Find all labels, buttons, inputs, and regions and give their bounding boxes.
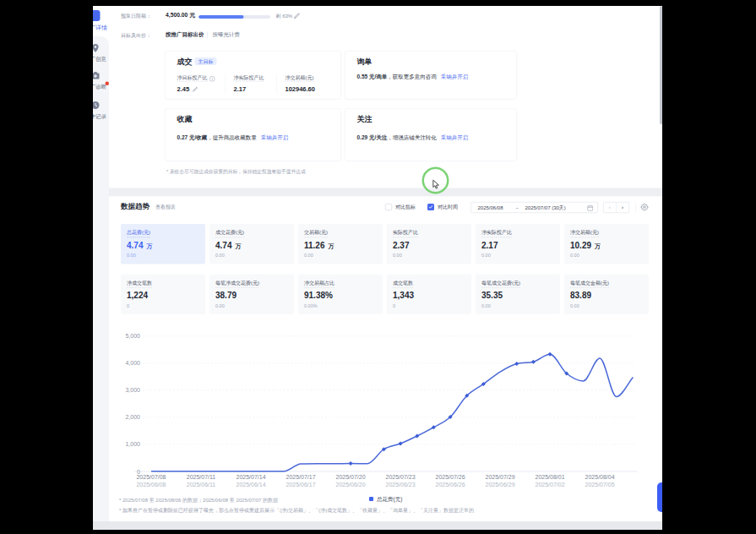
app-canvas: 推广详情 推广创意推广诊断操作记录 预算日限额： 4,500.00 元 剩 63… — [0, 0, 756, 534]
metric-tile-2[interactable]: 交易额(元)11.26 万0.00 — [298, 224, 383, 264]
metric-tile-4[interactable]: 净实际投产比2.170.00 — [476, 224, 560, 264]
controls-divider — [635, 204, 636, 212]
calendar-icon — [587, 204, 594, 215]
svg-text:5,000: 5,000 — [125, 333, 140, 339]
metric-tile-3[interactable]: 实际投产比2.370.00 — [387, 224, 471, 264]
goal-card-inquiry: 询单 0.55 元/询单，获取更多意向咨询采纳并开启 — [345, 51, 517, 100]
date-range-start: 2025/06/08 — [478, 203, 503, 213]
tile-value: 91.38% — [304, 291, 383, 301]
metric-tile-5[interactable]: 净交易额(元)10.29 万0.00 — [564, 224, 649, 264]
tile-compare-value: 0 — [127, 303, 205, 308]
compare-time-label[interactable]: 对比时间 — [438, 204, 458, 211]
svg-text:2025/07/23: 2025/07/23 — [386, 474, 416, 480]
metric-net-target-roi: 净目标投产比i 2.45 — [177, 74, 215, 93]
tile-compare-value: 0.00 — [570, 253, 649, 258]
next-period-button[interactable]: › — [617, 203, 629, 213]
chart-legend[interactable]: 总花费(元) — [369, 495, 402, 503]
primary-goal-badge: 主目标 — [195, 57, 217, 65]
svg-text:2025/07/11: 2025/07/11 — [187, 474, 216, 480]
svg-text:2025/07/05: 2025/07/05 — [585, 482, 615, 488]
tile-value: 1,224 — [127, 291, 205, 301]
date-pager: ‹ › — [603, 202, 629, 213]
svg-text:2025/08/04: 2025/08/04 — [585, 474, 615, 480]
tile-value: 4.74 万 — [127, 241, 205, 251]
edit-budget-icon[interactable] — [294, 13, 301, 21]
tile-label: 净实际投产比 — [481, 229, 512, 237]
svg-text:3,000: 3,000 — [125, 387, 140, 393]
tile-label: 每笔净成交花费(元) — [215, 280, 259, 288]
adopt-enable-link[interactable]: 采纳并开启 — [261, 134, 289, 141]
adopt-enable-link[interactable]: 采纳并开启 — [441, 134, 469, 141]
metric-tile-7[interactable]: 每笔净成交花费(元)38.790.00 — [209, 275, 294, 315]
chart-footnote: * 如果推广在暂停或删除前已经获得了曝光，那么在暂停或重建后展示「(净)交易额」… — [119, 507, 474, 515]
mouse-cursor — [432, 179, 440, 192]
letterbox-bottom — [0, 530, 756, 534]
svg-text:2025/06/26: 2025/06/26 — [436, 482, 465, 488]
tile-value: 2.37 — [393, 241, 471, 251]
goal-card-follow: 关注 0.29 元/关注，增强店铺关注转化采纳并开启 — [345, 108, 517, 161]
tile-compare-value: 0.00 — [304, 253, 383, 258]
tile-label: 交易额(元) — [304, 229, 328, 237]
tile-compare-value: 0 — [393, 303, 471, 308]
metric-divider — [226, 74, 226, 94]
tile-label: 每笔成交金额(元) — [570, 280, 609, 288]
prev-period-button[interactable]: ‹ — [604, 203, 617, 213]
date-range-picker[interactable]: 2025/06/08 ~ 2025/07/07 (30天) — [470, 202, 598, 213]
letterbox-top — [0, 0, 756, 6]
tile-value: 35.35 — [481, 291, 560, 301]
gear-icon[interactable] — [640, 203, 649, 213]
metric-tile-8[interactable]: 净交易额占比91.38%0.00% — [298, 275, 383, 315]
bid-option-by-impression[interactable]: 按曝光计费 — [213, 31, 241, 39]
tile-label: 总花费(元) — [127, 229, 150, 237]
compare-time-checkbox[interactable] — [427, 204, 434, 210]
tile-compare-value: 0.00 — [481, 253, 560, 258]
screen: 推广详情 推广创意推广诊断操作记录 预算日限额： 4,500.00 元 剩 63… — [0, 0, 756, 534]
metric-tile-9[interactable]: 成交笔数1,3430 — [387, 275, 471, 315]
metric-tile-grid: 总花费(元)4.74 万0.00成交花费(元)4.74 万0.00交易额(元)1… — [121, 224, 649, 314]
legend-swatch — [369, 497, 373, 501]
bid-option-by-goal[interactable]: 按推广目标出价 — [166, 31, 204, 39]
metric-tile-1[interactable]: 成交花费(元)4.74 万0.00 — [209, 224, 294, 264]
adopt-enable-link[interactable]: 采纳并开启 — [441, 74, 469, 80]
metric-tile-0[interactable]: 总花费(元)4.74 万0.00 — [121, 224, 205, 264]
info-icon[interactable]: i — [209, 76, 215, 82]
tile-value: 11.26 万 — [304, 241, 383, 251]
tile-value: 2.17 — [481, 241, 560, 251]
svg-text:2025/06/17: 2025/06/17 — [286, 482, 316, 488]
metric-net-gmv: 净交易额(元) 102946.60 — [286, 74, 315, 93]
svg-text:2025/08/01: 2025/08/01 — [536, 474, 565, 480]
goal-card-title: 关注 — [357, 114, 373, 124]
goal-card-favorite: 收藏 0.27 元/收藏，提升商品收藏数量采纳并开启 — [165, 108, 341, 161]
tile-label: 实际投产比 — [393, 229, 418, 237]
edit-roi-icon[interactable] — [193, 86, 199, 92]
metric-tile-10[interactable]: 每笔成交花费(元)35.350.00 — [476, 275, 560, 315]
trend-line-chart: 01,0002,0003,0004,0005,0002025/07/082025… — [109, 330, 662, 499]
budget-progress-bar — [199, 15, 270, 19]
tile-compare-value: 0.00 — [570, 303, 649, 308]
legend-label: 总花费(元) — [377, 495, 402, 503]
plan-summary-section: 预算日限额： 4,500.00 元 剩 63% 目标及出价： 按推广目标出价 按… — [109, 6, 662, 188]
bid-option-divider — [207, 32, 208, 39]
tile-label: 每笔成交花费(元) — [481, 280, 520, 288]
metric-divider — [277, 74, 278, 94]
goal-card-title: 收藏 — [177, 114, 193, 124]
view-report-link[interactable]: 查看报表 — [155, 204, 176, 211]
metric-net-actual-roi: 净实际投产比 2.17 — [234, 74, 264, 93]
svg-text:2025/07/20: 2025/07/20 — [336, 474, 366, 480]
svg-text:2025/07/08: 2025/07/08 — [136, 474, 166, 480]
tile-label: 净交易额(元) — [570, 229, 599, 237]
tile-compare-value: 0.00 — [481, 303, 560, 308]
metric-tile-11[interactable]: 每笔成交金额(元)83.890.00 — [564, 275, 649, 315]
letterbox-left — [0, 0, 93, 534]
compare-metric-label[interactable]: 对比指标 — [395, 204, 416, 211]
tile-label: 成交花费(元) — [215, 229, 244, 237]
svg-text:2025/07/29: 2025/07/29 — [486, 474, 515, 480]
tile-compare-value: 0.00 — [215, 303, 294, 308]
svg-text:2025/06/11: 2025/06/11 — [187, 482, 216, 488]
tile-value: 1,343 — [393, 291, 471, 301]
tile-compare-value: 0.00 — [127, 253, 205, 258]
metric-tile-6[interactable]: 净成交笔数1,2240 — [121, 275, 205, 315]
letterbox-right — [662, 0, 756, 534]
svg-text:2025/06/14: 2025/06/14 — [236, 482, 265, 488]
compare-metric-checkbox[interactable] — [385, 204, 392, 210]
